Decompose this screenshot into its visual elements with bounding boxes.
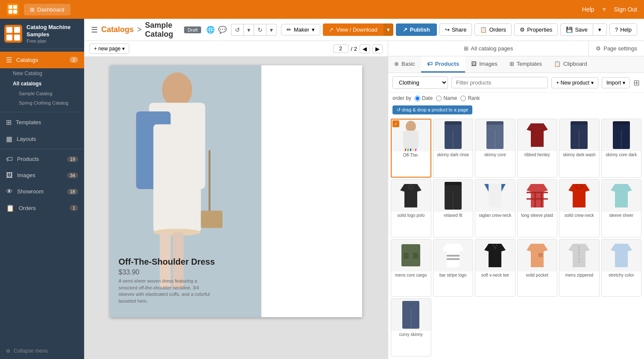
product-card[interactable]: long sleeve plaid [517,179,558,237]
next-page-button[interactable]: ▶ [372,44,383,53]
product-card[interactable]: soft v-neck tee [475,239,515,297]
product-card-image [433,119,473,151]
product-card[interactable]: ✓Off-The- [391,119,431,178]
svg-rect-3 [13,10,17,14]
page-number-input[interactable] [333,44,348,53]
category-select[interactable]: Clothing [392,76,448,89]
undo-dropdown-button[interactable]: ▾ [243,24,254,36]
hamburger-icon[interactable]: ☰ [91,25,98,35]
signout-link[interactable]: Sign Out [614,6,637,13]
product-card-label: sleeve sheer [602,212,641,219]
sidebar-item-showroom[interactable]: 👁 Showroom 18 [0,184,84,200]
view-download-dropdown-button[interactable]: ▾ [383,23,393,36]
grid-view-button[interactable]: ⊞ [633,78,640,88]
svg-rect-61 [404,253,409,259]
help-header-button[interactable]: ? Help [609,23,637,36]
product-card[interactable]: mens zippered [559,239,600,297]
top-nav-right: Help ▼ Sign Out [582,6,637,13]
view-download-button[interactable]: ↗ View / Download [323,23,383,36]
svg-rect-54 [445,182,462,185]
product-card[interactable]: bar stripe logo [433,239,474,297]
new-product-button[interactable]: + New product ▾ [551,77,598,88]
product-card-label: solid logo polo [391,212,431,219]
new-page-button[interactable]: + new page ▾ [89,44,129,54]
product-card-image [391,299,431,331]
save-button[interactable]: 💾 Save [560,23,593,36]
all-catalog-pages-tab[interactable]: ⊞ All catalog pages [388,41,589,56]
collapse-menu-button[interactable]: ⊕ Collapse menu [0,343,84,359]
tab-products[interactable]: 🏷 Products [421,56,465,73]
sidebar-item-products[interactable]: 🏷 Products 19 [0,151,84,167]
product-card[interactable]: skinny dark rinse [433,119,474,178]
share-button[interactable]: ↪ Share [439,23,472,36]
order-date-radio[interactable] [415,96,420,101]
maker-button[interactable]: ✏ Maker ▾ [281,24,320,35]
redo-button[interactable]: ↻ [254,24,266,36]
sidebar-item-layouts[interactable]: ▦ Layouts [0,131,84,147]
order-by-row: order by Date Name Rank [388,93,644,104]
save-dropdown-button[interactable]: ▾ [593,23,607,36]
order-date-label[interactable]: Date [415,95,433,101]
catalog-page: Off-The-Shoulder Dress $33.90 A semi-she… [110,65,362,317]
redo-dropdown-button[interactable]: ▾ [266,24,277,36]
sidebar-item-catalogs[interactable]: ☰ Catalogs 2 [0,52,84,68]
product-card[interactable]: solid pocket [517,239,558,297]
product-panel-tabs: ⊕ Basic 🏷 Products 🖼 Images ⊞ Templates [388,56,644,73]
sidebar-divider-2 [0,149,84,149]
canvas-viewport[interactable]: Off-The-Shoulder Dress $33.90 A semi-she… [84,57,388,359]
product-card[interactable]: ribbed henley [517,119,558,178]
new-page-dropdown-icon: ▾ [122,46,125,52]
sidebar-item-orders[interactable]: 📋 Orders 1 [0,200,84,216]
maker-dropdown-icon: ▾ [312,26,315,33]
product-card[interactable]: solid logo polo [391,179,431,237]
order-name-label[interactable]: Name [436,95,457,101]
order-rank-label[interactable]: Rank [460,95,480,101]
help-link[interactable]: Help [582,6,594,13]
undo-button[interactable]: ↺ [231,24,243,36]
product-card[interactable]: raglan crew-neck [475,179,515,237]
product-card[interactable]: curvy skinny [391,298,431,356]
tab-templates[interactable]: ⊞ Templates [503,56,548,73]
product-card[interactable]: skinny core [475,119,515,178]
product-card[interactable]: skinny dark wash [559,119,600,178]
svg-point-32 [406,121,416,132]
dashboard-button[interactable]: ⊞ Dashboard [24,4,70,15]
sidebar-item-all-catalogs[interactable]: All catalogs [0,79,84,89]
product-card-label: mens zippered [559,271,599,279]
prev-page-button[interactable]: ◀ [360,44,370,53]
sidebar-item-templates[interactable]: ⊞ Templates [0,114,84,131]
catalogs-section: ☰ Catalogs 2 New Catalog All catalogs Sa… [0,49,84,110]
svg-rect-1 [13,5,17,9]
brand-logo [4,25,22,43]
publish-button[interactable]: ↗ Publish [396,23,437,36]
sidebar-item-sample-catalog[interactable]: Sample Catalog [0,89,84,98]
product-card[interactable]: stretchy color [601,239,642,297]
product-card-label: Off-The- [392,152,430,159]
globe-icon[interactable]: 🌐 [206,26,215,34]
page-settings-tab[interactable]: ⚙ Page settings [589,41,644,56]
sidebar-item-new-catalog[interactable]: New Catalog [0,68,84,79]
properties-button[interactable]: ⚙ Properties [514,23,558,36]
product-card[interactable]: sleeve sheer [601,179,642,237]
filter-input[interactable] [451,77,548,88]
breadcrumb-catalogs[interactable]: Catalogs [101,25,134,34]
order-name-radio[interactable] [436,96,442,101]
product-card[interactable]: relaxed fit [433,179,474,237]
product-card-label: skinny core dark [602,151,641,159]
tab-images[interactable]: 🖼 Images [465,56,503,73]
order-rank-radio[interactable] [460,96,466,101]
product-card[interactable]: solid crew-neck [559,179,600,237]
tab-basic[interactable]: ⊕ Basic [388,56,421,73]
catalogs-badge: 2 [70,57,78,63]
product-card-label: skinny dark wash [559,151,599,159]
tab-clipboard[interactable]: 📋 Clipboard [548,56,593,73]
product-card[interactable]: mens core cargo [391,239,431,297]
comment-icon[interactable]: 💬 [218,26,227,34]
product-card[interactable]: skinny core dark [601,119,642,178]
sidebar-item-spring-catalog[interactable]: Spring Clothing Catalog [0,98,84,108]
svg-rect-5 [14,27,20,33]
import-button[interactable]: Import ▾ [602,77,630,88]
sidebar-item-images[interactable]: 🖼 Images 34 [0,167,84,184]
product-card-label: skinny core [475,151,515,159]
orders-button[interactable]: 📋 Orders [474,23,512,36]
